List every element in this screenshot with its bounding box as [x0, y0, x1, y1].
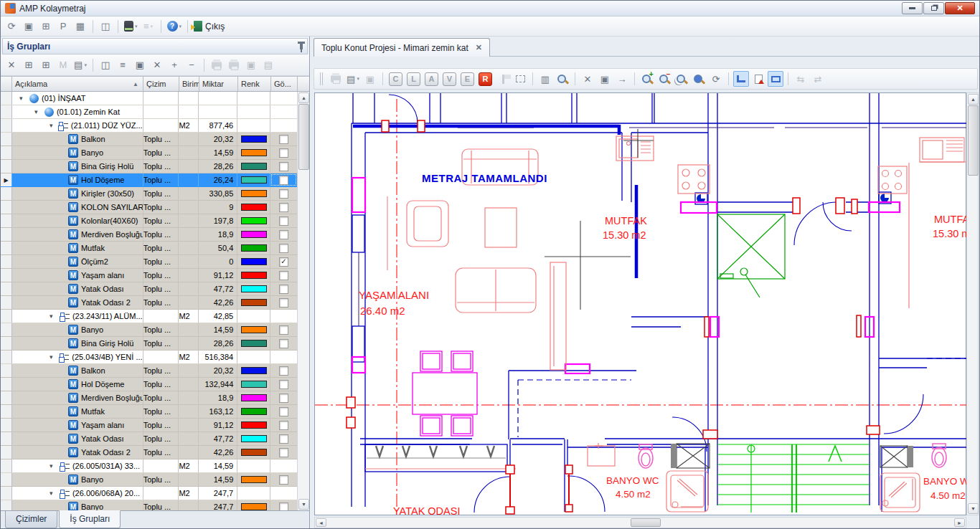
tab-is-gruplari[interactable]: İş Grupları: [59, 510, 121, 528]
drawing-scroll-up-icon[interactable]: ▲: [968, 94, 979, 105]
visible-checkbox[interactable]: [279, 216, 288, 226]
drawing-scroll-left-icon[interactable]: ◄: [316, 518, 326, 527]
document-tab[interactable]: Toplu Konut Projesi - Mimari zemin kat ✕: [314, 38, 490, 57]
layer-a-button[interactable]: A: [423, 71, 440, 87]
expand-arrow-icon[interactable]: ▾: [50, 490, 60, 497]
minimize-button[interactable]: [902, 2, 923, 14]
add-group-button[interactable]: ⊞: [21, 57, 37, 73]
print-drawing-button[interactable]: [328, 71, 344, 87]
color-swatch[interactable]: [241, 272, 267, 279]
grid-row[interactable]: MYaşam alanıToplu ...91,12: [1, 269, 297, 282]
color-swatch[interactable]: [241, 190, 267, 197]
image-tools-button[interactable]: ▥: [537, 71, 553, 87]
scroll-down-icon[interactable]: ▼: [298, 499, 309, 510]
grid-row[interactable]: MÖlçüm2Toplu ...0✓: [1, 255, 297, 269]
grid-row[interactable]: MMutfakToplu ...50,4: [1, 242, 297, 255]
layout-button[interactable]: ◫: [98, 19, 113, 34]
expand-arrow-icon[interactable]: ▾: [34, 108, 44, 115]
header-birim[interactable]: Birim: [179, 77, 199, 91]
visible-checkbox[interactable]: [279, 475, 288, 485]
layer-r-button[interactable]: R: [477, 71, 494, 87]
color-swatch[interactable]: [241, 217, 267, 224]
scroll-up-icon[interactable]: ▲: [298, 92, 309, 103]
layer-e-button[interactable]: E: [459, 71, 476, 87]
print-button[interactable]: [209, 57, 225, 73]
table-button[interactable]: ▦: [72, 19, 88, 34]
drawing-vertical-scrollbar[interactable]: ▲ ▼: [966, 92, 979, 515]
grid-row[interactable]: MBalkonToplu ...20,32: [1, 364, 297, 378]
visible-checkbox[interactable]: [279, 230, 288, 239]
color-swatch[interactable]: [241, 408, 267, 415]
header-renk[interactable]: Renk: [238, 77, 271, 91]
color-swatch[interactable]: [241, 421, 267, 429]
grid-row[interactable]: MMerdiven BoşluğuToplu ...18,9: [1, 228, 297, 242]
delete-measure-button[interactable]: ✕: [580, 71, 595, 87]
book-button[interactable]: ▾: [123, 19, 139, 34]
grid-row[interactable]: MBalkonToplu ...20,32: [1, 133, 297, 146]
copy-view-button[interactable]: ▣: [362, 71, 378, 87]
expand-arrow-icon[interactable]: ▾: [50, 353, 59, 361]
grid-row[interactable]: MHol DöşemeToplu ...132,944: [1, 378, 297, 391]
grid-row[interactable]: MBina Giriş HolüToplu ...28,26: [1, 337, 297, 351]
grid-row[interactable]: MYatak OdasıToplu ...47,72: [1, 282, 297, 296]
drawing-horizontal-scrollbar[interactable]: ◄ ►: [314, 517, 966, 528]
zoom-out-button[interactable]: −: [656, 71, 672, 87]
drawing-vscroll-thumb[interactable]: [968, 105, 979, 176]
visible-checkbox[interactable]: ✓: [279, 257, 288, 267]
rect-mode-button[interactable]: [768, 71, 783, 87]
expand-arrow-icon[interactable]: ▾: [19, 95, 29, 102]
color-swatch[interactable]: [241, 367, 267, 374]
header-aciklama[interactable]: Açıklama ▲: [12, 77, 143, 91]
visible-checkbox[interactable]: [279, 298, 288, 308]
zoom-fit-button[interactable]: [674, 71, 689, 87]
add-measurement-button[interactable]: M: [55, 57, 71, 73]
dropdown-caret-icon[interactable]: ▾: [179, 24, 182, 29]
color-swatch[interactable]: [241, 163, 267, 170]
visible-checkbox[interactable]: [279, 394, 288, 403]
pan-mode-button[interactable]: [750, 71, 766, 87]
grid-row[interactable]: ▶MHol DöşemeToplu ...26,24: [1, 173, 297, 187]
grid-vertical-scrollbar[interactable]: ▲ ▼: [297, 92, 309, 510]
color-swatch[interactable]: [241, 476, 267, 483]
dropdown-caret-icon[interactable]: ▾: [151, 24, 154, 29]
grid-row[interactable]: ▾(26.005/031A) 33...M214,59: [1, 459, 297, 473]
color-swatch[interactable]: [241, 503, 267, 510]
list-view-button[interactable]: ≡: [115, 57, 131, 73]
visible-checkbox[interactable]: [279, 162, 288, 171]
layer-v-button[interactable]: V: [441, 71, 458, 87]
copy-button[interactable]: ▣: [243, 57, 259, 73]
visible-checkbox[interactable]: [279, 421, 288, 430]
import-button[interactable]: ▤▾: [72, 57, 88, 73]
tab-cizimler[interactable]: Çizimler: [5, 511, 57, 528]
grid-row[interactable]: MYatak Odası 2Toplu ...42,26: [1, 446, 297, 459]
zoom-in-button[interactable]: +: [639, 71, 655, 87]
color-swatch[interactable]: [241, 244, 267, 252]
header-miktar[interactable]: Miktar: [199, 77, 238, 91]
color-swatch[interactable]: [241, 299, 267, 306]
grid-row[interactable]: ▾(01.01) Zemin Kat: [1, 105, 297, 119]
visible-checkbox[interactable]: [279, 380, 288, 389]
expand-arrow-icon[interactable]: ▾: [50, 122, 58, 129]
pin-icon[interactable]: [300, 42, 303, 52]
visible-checkbox[interactable]: [279, 325, 288, 335]
color-swatch[interactable]: [241, 135, 267, 143]
grid-row[interactable]: MYatak Odası 2Toplu ...42,26: [1, 296, 297, 310]
list-button[interactable]: ≡▾: [141, 19, 156, 34]
drawing-scroll-right-icon[interactable]: ►: [954, 518, 965, 527]
grid-row[interactable]: MKOLON SAYILARIToplu ...9: [1, 201, 297, 214]
visible-checkbox[interactable]: [279, 366, 288, 376]
visible-checkbox[interactable]: [279, 189, 288, 199]
color-swatch[interactable]: [241, 435, 267, 442]
close-button[interactable]: ✕: [945, 2, 975, 14]
exit-button[interactable]: Çıkış: [192, 19, 226, 34]
sync-back-button[interactable]: ⇄: [810, 71, 826, 87]
help-button[interactable]: ?▾: [166, 19, 184, 34]
sync-button[interactable]: ⇆: [793, 71, 809, 87]
grid-row[interactable]: MBina Giriş HolüToplu ...28,26: [1, 160, 297, 173]
visible-checkbox[interactable]: [279, 135, 288, 144]
color-swatch[interactable]: [241, 326, 267, 333]
visible-checkbox[interactable]: [279, 203, 288, 212]
grid-row[interactable]: MMutfakToplu ...163,12: [1, 405, 297, 419]
drawing-hscroll-thumb[interactable]: [631, 518, 661, 527]
visible-checkbox[interactable]: [279, 434, 288, 444]
